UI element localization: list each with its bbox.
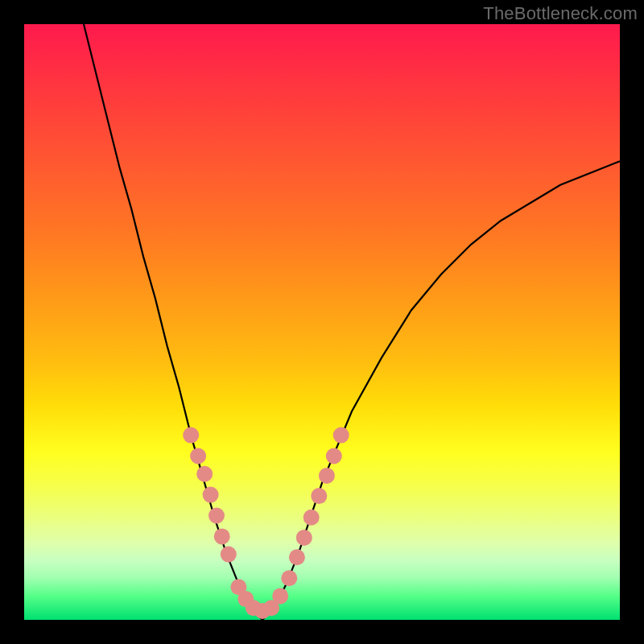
highlight-dot: [208, 508, 225, 524]
highlighted-points: [183, 427, 349, 619]
chart-overlay: [24, 24, 620, 620]
highlight-dot: [311, 488, 327, 504]
highlight-dot: [326, 448, 342, 464]
highlight-dot: [183, 427, 199, 444]
highlight-dot: [319, 468, 335, 484]
highlight-dot: [214, 528, 230, 544]
highlight-dot: [281, 570, 297, 586]
highlight-dot: [221, 547, 237, 563]
watermark-text: TheBottleneck.com: [483, 3, 638, 24]
outer-frame: TheBottleneck.com: [0, 0, 644, 644]
highlight-dot: [203, 487, 219, 503]
highlight-dot: [289, 549, 305, 565]
highlight-dot: [333, 427, 349, 444]
highlight-dot: [296, 530, 312, 546]
bottleneck-curve: [84, 24, 620, 620]
highlight-dot: [303, 510, 320, 526]
highlight-dot: [196, 466, 213, 482]
plot-area: [24, 24, 620, 620]
highlight-dot: [190, 448, 206, 464]
highlight-dot: [272, 588, 288, 604]
